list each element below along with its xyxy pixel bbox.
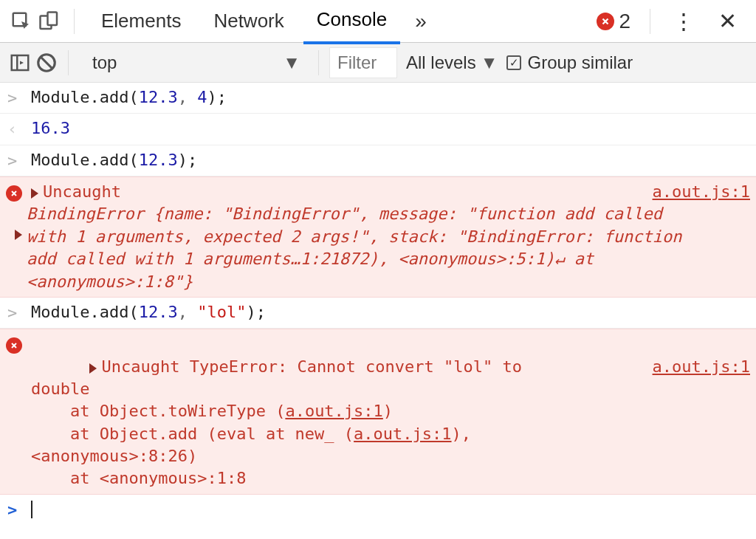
group-similar-toggle[interactable]: ✓ Group similar bbox=[506, 52, 633, 73]
devtools-toolbar: Elements Network Console » 2 ⋮ ✕ bbox=[0, 0, 756, 43]
stack-frame: at Object.toWireType ( bbox=[31, 402, 285, 420]
input-prompt-icon: > bbox=[7, 86, 31, 109]
stack-frame: at Object.add (eval at new_ ( bbox=[31, 425, 354, 443]
context-value: top bbox=[92, 52, 117, 73]
tab-console[interactable]: Console bbox=[303, 0, 400, 44]
source-link[interactable]: a.out.js:1 bbox=[653, 356, 750, 378]
kebab-menu-icon[interactable]: ⋮ bbox=[664, 8, 704, 34]
filter-input[interactable]: Filter bbox=[329, 47, 397, 78]
source-link[interactable]: a.out.js:1 bbox=[653, 181, 750, 203]
chevron-down-icon: ▼ bbox=[283, 52, 300, 73]
console-input-code: Module.add(12.3, "lol"); bbox=[31, 301, 750, 323]
expand-icon[interactable] bbox=[31, 188, 38, 199]
prompt-icon: > bbox=[7, 501, 31, 519]
error-badge-icon bbox=[6, 337, 22, 354]
error-object: BindingError {name: "BindingError", mess… bbox=[27, 203, 691, 292]
error-badge-icon bbox=[6, 185, 22, 202]
context-selector[interactable]: top ▼ bbox=[79, 49, 308, 76]
console-input-code: Module.add(12.3); bbox=[31, 149, 750, 171]
expand-icon[interactable] bbox=[89, 363, 97, 374]
log-level-selector[interactable]: All levels ▼ bbox=[402, 52, 502, 73]
chevron-down-icon: ▼ bbox=[481, 52, 498, 73]
console-toolbar: top ▼ Filter All levels ▼ ✓ Group simila… bbox=[0, 43, 756, 83]
device-toggle-icon[interactable] bbox=[38, 10, 61, 32]
stack-frame: at <anonymous>:1:8 bbox=[31, 469, 246, 487]
console-prompt[interactable]: > bbox=[0, 495, 756, 525]
tabs-overflow-icon[interactable]: » bbox=[406, 10, 436, 33]
console-output: > Module.add(12.3, 4); ‹ 16.3 > Module.a… bbox=[0, 83, 756, 525]
log-level-value: All levels bbox=[406, 52, 476, 73]
input-prompt-icon: > bbox=[7, 301, 31, 324]
error-count-value: 2 bbox=[619, 10, 630, 33]
close-icon[interactable]: ✕ bbox=[709, 8, 746, 34]
console-output-value: 16.3 bbox=[31, 119, 70, 137]
console-error-row: a.out.js:1Uncaught TypeError: Cannot con… bbox=[0, 329, 756, 495]
checkbox-checked-icon: ✓ bbox=[506, 55, 521, 70]
toolbar-divider bbox=[68, 50, 69, 75]
toolbar-divider bbox=[650, 9, 650, 34]
group-similar-label: Group similar bbox=[527, 52, 633, 73]
error-icon bbox=[597, 13, 614, 30]
toolbar-divider bbox=[74, 9, 75, 34]
error-count-badge[interactable]: 2 bbox=[597, 10, 636, 33]
console-error-row: a.out.js:1 Uncaught BindingError {name: … bbox=[0, 176, 756, 298]
input-prompt-icon: > bbox=[7, 149, 31, 172]
toolbar-divider bbox=[318, 50, 319, 75]
console-input-row: > Module.add(12.3, "lol"); bbox=[0, 298, 756, 329]
toggle-sidebar-icon[interactable] bbox=[9, 52, 31, 74]
text-caret bbox=[31, 501, 32, 518]
source-link[interactable]: a.out.js:1 bbox=[354, 425, 451, 443]
stack-frame: <anonymous>:8:26) bbox=[31, 447, 197, 465]
source-link[interactable]: a.out.js:1 bbox=[285, 402, 382, 420]
svg-rect-2 bbox=[48, 12, 58, 25]
expand-icon[interactable] bbox=[15, 230, 22, 240]
error-message: Uncaught TypeError: Cannot convert "lol"… bbox=[101, 357, 532, 376]
console-output-row: ‹ 16.3 bbox=[0, 114, 756, 145]
error-message: double bbox=[31, 380, 89, 398]
inspect-icon[interactable] bbox=[10, 10, 32, 32]
error-heading: Uncaught bbox=[43, 182, 121, 201]
console-input-code: Module.add(12.3, 4); bbox=[31, 86, 750, 109]
console-input-row: > Module.add(12.3, 4); bbox=[0, 83, 756, 114]
console-input-row: > Module.add(12.3); bbox=[0, 145, 756, 176]
output-prompt-icon: ‹ bbox=[7, 117, 31, 140]
tab-network[interactable]: Network bbox=[200, 0, 297, 43]
clear-console-icon[interactable] bbox=[35, 52, 58, 74]
tab-elements[interactable]: Elements bbox=[88, 0, 194, 43]
